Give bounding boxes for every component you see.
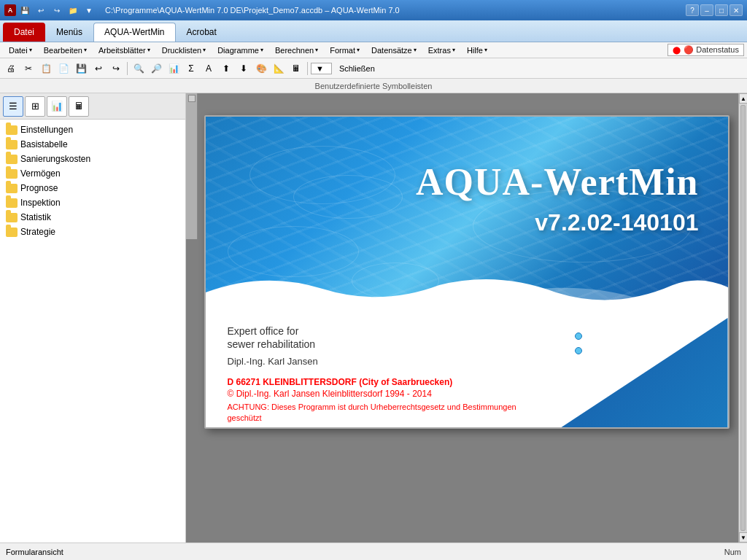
toolbar-btn-3[interactable]: 📋 [38,61,54,77]
sidebar-tb-calc[interactable]: 🖩 [69,96,89,117]
menu-extras[interactable]: Extras ▾ [422,43,461,58]
folder-icon [6,184,18,193]
toolbar-btn-7[interactable]: ↪ [108,61,124,77]
help-btn[interactable]: ? [686,4,699,16]
folder-icon [6,169,18,179]
bullet-2 [575,347,582,354]
toolbar-btn-15[interactable]: 🎨 [253,61,269,77]
splash-expert-line1: Expert office for [228,325,519,337]
left-ruler [186,93,198,239]
splash-top: AQUA-WertMin v7.2.02-140101 [206,117,728,328]
sidebar-item-basistabelle[interactable]: Basistabelle [0,137,185,152]
splash-app-name: AQUA-WertMin [416,160,698,203]
folder-icon [6,140,18,149]
toolbar-sep-2 [307,62,308,75]
bullet-1 [575,332,582,340]
sidebar-tb-chart[interactable]: 📊 [47,96,67,117]
sidebar: ☰ ⊞ 📊 🖩 Einstellungen Basistabelle Sanie… [0,93,186,542]
toolbar-btn-13[interactable]: ⬆ [218,61,234,77]
toolbar-btn-2[interactable]: ✂ [20,61,36,77]
menu-hilfe[interactable]: Hilfe ▾ [461,43,493,58]
menu-bar: Datei ▾ Bearbeiten ▾ Arbeitsblätter ▾ Dr… [0,42,747,58]
tab-menus[interactable]: Menüs [45,23,93,42]
tab-aqua-wertmin[interactable]: AQUA-WertMin [93,23,175,42]
scroll-down-btn[interactable]: ▼ [739,532,747,542]
splash-version: v7.2.02-140101 [416,209,698,236]
toolbar-sep-1 [127,62,128,75]
title-bar: A 💾 ↩ ↪ 📁 ▼ C:\Programme\AQUA-WertMin 7.… [0,0,747,20]
sidebar-item-vermogen[interactable]: Vermögen [0,166,185,181]
content-area: AQUA-WertMin v7.2.02-140101 Expert offic… [186,93,747,542]
sidebar-item-einstellungen[interactable]: Einstellungen [0,122,185,137]
splash-city: D 66271 KLEINBLITTERSDORF (City of Saarb… [228,377,519,387]
title-bar-left: A 💾 ↩ ↪ 📁 ▼ C:\Programme\AQUA-WertMin 7.… [4,3,400,18]
folder-icon [6,228,18,237]
splash-card: AQUA-WertMin v7.2.02-140101 Expert offic… [204,115,729,429]
open-quick-btn[interactable]: 📁 [66,3,80,18]
toolbar-btn-11[interactable]: Σ [183,61,199,77]
toolbar-btn-9[interactable]: 🔎 [148,61,164,77]
scrollbar-vertical: ▲ ▼ [738,93,747,542]
main-toolbar: 🖨 ✂ 📋 📄 💾 ↩ ↪ 🔍 🔎 📊 Σ A ⬆ ⬇ 🎨 📐 🖩 ▼ Schl… [0,58,747,79]
toolbar-btn-16[interactable]: 📐 [271,61,287,77]
folder-icon [6,125,18,135]
status-bar: Formularansicht Num [0,542,747,560]
scroll-up-btn[interactable]: ▲ [739,93,747,104]
menu-datensatze[interactable]: Datensätze ▾ [365,43,422,58]
undo-quick-btn[interactable]: ↩ [34,3,48,18]
minimize-btn[interactable]: – [700,4,713,16]
menu-berechnen[interactable]: Berechnen ▾ [269,43,324,58]
splash-bottom: Expert office for sewer rehabilitation D… [206,318,728,427]
toolbar-btn-4[interactable]: 📄 [55,61,71,77]
toolbar-btn-6[interactable]: ↩ [90,61,107,77]
splash-copyright: © Dipl.-Ing. Karl Jansen Kleinblittersdo… [228,389,519,399]
folder-icon [6,198,18,208]
splash-warning-2: (§§ 1, 2, 69a ff UrhG). [228,427,519,429]
toolbar-dropdown[interactable]: ▼ [311,63,332,74]
sidebar-item-inspektion[interactable]: Inspektion [0,195,185,210]
tab-acrobat[interactable]: Acrobat [176,23,228,42]
splash-warning-1: ACHTUNG: Dieses Programm ist durch Urheb… [228,402,519,424]
splash-title-area: AQUA-WertMin v7.2.02-140101 [416,160,698,236]
menu-diagramme[interactable]: Diagramme ▾ [212,43,269,58]
sidebar-tb-grid[interactable]: ⊞ [25,96,45,117]
toolbar-btn-5[interactable]: 💾 [73,61,89,77]
splash-expert-line2: sewer rehabilitation [228,338,519,350]
status-right: Num [724,548,741,556]
toolbar-btn-1[interactable]: 🖨 [3,61,19,77]
app-icon: A [4,4,16,16]
splash-info: Expert office for sewer rehabilitation D… [228,325,519,429]
sidebar-item-statistik[interactable]: Statistik [0,210,185,225]
scroll-thumb[interactable] [740,105,746,531]
close-button[interactable]: Schließen [333,63,381,74]
ripple-3 [228,226,359,277]
toolbar-btn-17[interactable]: 🖩 [288,61,304,77]
menu-datei[interactable]: Datei ▾ [3,43,38,58]
qa-dropdown-btn[interactable]: ▼ [82,3,96,18]
sidebar-nav: Einstellungen Basistabelle Sanierungskos… [0,120,185,542]
menu-format[interactable]: Format ▾ [324,43,365,58]
sidebar-toolbar: ☰ ⊞ 📊 🖩 [0,93,185,120]
menu-drucklisten[interactable]: Drucklisten ▾ [156,43,212,58]
toolbar-btn-14[interactable]: ⬇ [236,61,252,77]
restore-btn[interactable]: □ [715,4,728,16]
toolbar-btn-12[interactable]: A [201,61,217,77]
save-quick-btn[interactable]: 💾 [18,3,32,18]
menu-arbeitsblatter[interactable]: Arbeitsblätter ▾ [93,43,156,58]
sidebar-item-prognose[interactable]: Prognose [0,181,185,195]
sidebar-tb-list[interactable]: ☰ [3,96,23,117]
menu-bearbeiten[interactable]: Bearbeiten ▾ [38,43,93,58]
toolbar-btn-8[interactable]: 🔍 [131,61,147,77]
ripple-2 [293,175,403,219]
main-area: ☰ ⊞ 📊 🖩 Einstellungen Basistabelle Sanie… [0,93,747,542]
toolbar-btn-10[interactable]: 📊 [166,61,182,77]
tab-datei[interactable]: Datei [3,23,45,42]
sidebar-item-strategie[interactable]: Strategie [0,225,185,239]
sidebar-item-sanierungskosten[interactable]: Sanierungskosten [0,152,185,166]
resize-handle[interactable] [188,95,196,102]
redo-quick-btn[interactable]: ↪ [50,3,64,18]
title-text: C:\Programme\AQUA-WertMin 7.0 DE\Projekt… [105,6,400,15]
datenstatus-btn[interactable]: ⬤ 🔴 Datenstatus [667,44,744,56]
status-left: Formularansicht [6,548,724,556]
close-btn-title[interactable]: ✕ [729,4,743,16]
